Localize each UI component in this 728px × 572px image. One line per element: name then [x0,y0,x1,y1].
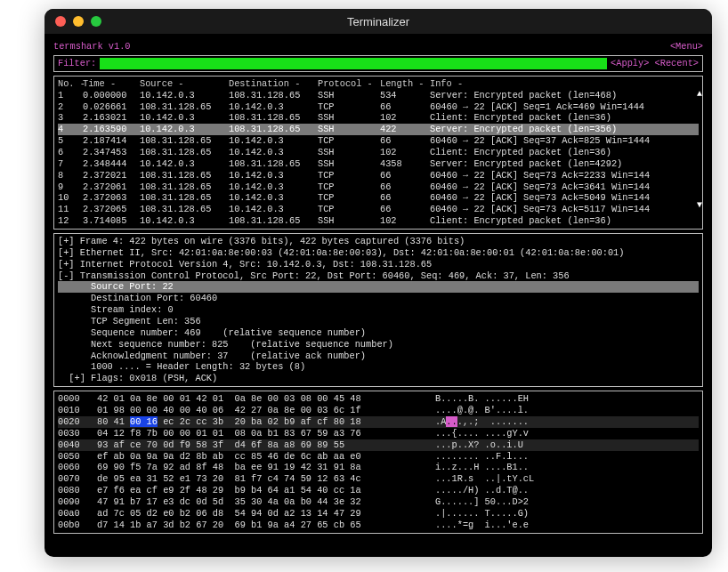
detail-line[interactable]: [+] Frame 4: 422 bytes on wire (3376 bit… [58,236,699,247]
recent-button[interactable]: <Recent> [655,58,699,68]
hex-row[interactable]: 004093 af ce 70 0d f9 58 3f d4 6f 8a a8 … [58,439,699,451]
hex-dump-pane[interactable]: 000042 01 0a 8e 00 01 42 01 0a 8e 00 03 … [53,391,703,533]
detail-line[interactable]: TCP Segment Len: 356 [58,316,699,327]
packet-row[interactable]: 42.16359010.142.0.3108.31.128.65SSH422Se… [58,124,699,135]
packet-row[interactable]: 123.71408510.142.0.3108.31.128.65SSH102C… [58,215,699,227]
scrollbar[interactable]: ▲▼ [697,89,704,212]
hex-row[interactable]: 003004 12 f8 7b 00 00 01 01 08 0a b1 83 … [58,428,699,439]
terminal-body: termshark v1.0 <Menu> Filter: <Apply> <R… [44,34,712,546]
filter-label: Filter: [58,58,96,69]
detail-line[interactable]: Destination Port: 60460 [58,293,699,304]
hex-row[interactable]: 000042 01 0a 8e 00 01 42 01 0a 8e 00 03 … [58,393,699,405]
detail-line[interactable]: 1000 .... = Header Length: 32 bytes (8) [58,361,699,373]
packet-list-header: No. - Time - Source - Destination - Prot… [58,78,699,90]
packet-row[interactable]: 92.372061108.31.128.6510.142.0.3TCP66604… [58,181,699,193]
packet-row[interactable]: 20.026661108.31.128.6510.142.0.3TCP66604… [58,101,699,113]
detail-line[interactable]: [+] Internet Protocol Version 4, Src: 10… [58,259,699,270]
packet-list-pane[interactable]: No. - Time - Source - Destination - Prot… [53,76,703,230]
detail-line[interactable]: [-] Transmission Control Protocol, Src P… [58,270,699,282]
detail-line[interactable]: Next sequence number: 825 (relative sequ… [58,339,699,350]
packet-row[interactable]: 82.372021108.31.128.6510.142.0.3TCP66604… [58,170,699,181]
detail-line[interactable]: [+] Flags: 0x018 (PSH, ACK) [58,373,699,384]
menu-button[interactable]: <Menu> [670,41,703,52]
hex-row[interactable]: 009047 91 b7 17 e3 dc 0d 5d 35 30 4a 0a … [58,496,699,508]
hex-row[interactable]: 001001 98 00 00 40 00 40 06 42 27 0a 8e … [58,405,699,416]
packet-row[interactable]: 112.372065108.31.128.6510.142.0.3TCP6660… [58,204,699,215]
packet-row[interactable]: 102.372063108.31.128.6510.142.0.3TCP6660… [58,192,699,204]
detail-line[interactable]: [+] Ethernet II, Src: 42:01:0a:8e:00:03 … [58,247,699,259]
packet-row[interactable]: 72.34844410.142.0.3108.31.128.65SSH4358S… [58,158,699,170]
hex-row[interactable]: 006069 90 f5 7a 92 ad 8f 48 ba ee 91 19 … [58,462,699,473]
hex-row[interactable]: 002080 41 00 16 ec 2c cc 3b 20 ba 02 b9 … [58,416,699,428]
hex-row[interactable]: 0050ef ab 0a 9a 9a d2 8b ab cc 85 46 de … [58,451,699,463]
packet-row[interactable]: 62.347453108.31.128.6510.142.0.3SSH102Cl… [58,147,699,158]
app-name: termshark v1.0 [53,41,131,52]
detail-line[interactable]: Sequence number: 469 (relative sequence … [58,327,699,339]
packet-details-pane[interactable]: [+] Frame 4: 422 bytes on wire (3376 bit… [53,233,703,387]
hex-row[interactable]: 00b0d7 14 1b a7 3d b2 67 20 69 b1 9a a4 … [58,520,699,531]
packet-row[interactable]: 32.16302110.142.0.3108.31.128.65SSH102Cl… [58,112,699,124]
window-title: Terminalizer [44,15,712,28]
titlebar: Terminalizer [44,9,712,34]
filter-input[interactable] [100,58,607,69]
apply-button[interactable]: <Apply> [611,58,649,68]
packet-row[interactable]: 10.00000010.142.0.3108.31.128.65SSH534Se… [58,90,699,101]
hex-row[interactable]: 0080e7 f6 ea cf e9 2f 48 29 b9 b4 64 a1 … [58,485,699,496]
app-window: Terminalizer termshark v1.0 <Menu> Filte… [44,9,712,557]
detail-line[interactable]: Acknowledgment number: 37 (relative ack … [58,350,699,362]
detail-line[interactable]: Stream index: 0 [58,304,699,316]
packet-row[interactable]: 52.187414108.31.128.6510.142.0.3TCP66604… [58,135,699,147]
filter-bar: Filter: <Apply> <Recent> [53,55,703,72]
hex-row[interactable]: 00a0ad 7c 05 d2 e0 b2 06 d8 54 94 0d a2 … [58,508,699,520]
detail-line[interactable]: Source Port: 22 [58,281,699,293]
hex-row[interactable]: 0070de 95 ea 31 52 e1 73 20 81 f7 c4 74 … [58,473,699,485]
